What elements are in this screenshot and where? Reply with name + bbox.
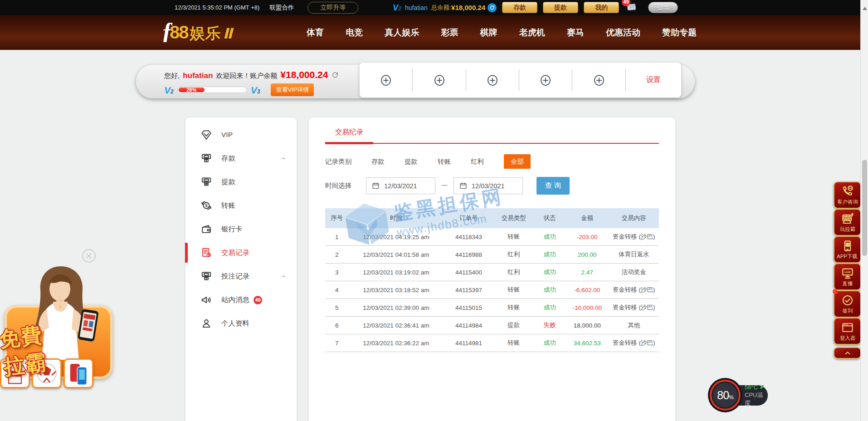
mobile-app-icon [841,239,854,253]
page-scrollbar[interactable] [860,0,868,421]
search-button[interactable]: 查 询 [536,177,570,195]
cell-status: 失败 [534,321,566,329]
transaction-table: 序号时间订单号交易类型状态金额交易内容 1 12/03/2021 04:19:2… [325,208,659,352]
date-from-input[interactable]: 12/03/2021 [366,177,435,194]
logout-button[interactable]: 登出 [648,2,678,13]
sidebar-item[interactable]: 银行卡 [185,217,297,241]
promo-close-icon[interactable] [82,249,96,263]
svg-text:24: 24 [848,186,852,190]
floating-button[interactable]: 签到 [834,290,861,318]
table-row: 4 12/03/2021 03:18:52 am 44115397 转账 成功 … [325,281,659,299]
filter-option[interactable]: 存款 [371,158,385,165]
vip-progress-bar: 28% [178,87,247,93]
floating-button[interactable]: APP下载 [834,236,861,263]
date-to-input[interactable]: 12/03/2021 [454,177,523,194]
filter-options: 存款提款转账红利全部 [371,157,531,166]
nav-item[interactable]: 体育 [307,27,324,39]
sidebar-item[interactable]: VIP [185,123,297,147]
table-body: 1 12/03/2021 04:19:25 am 44118343 转账 成功 … [325,228,659,352]
collapse-floating-bar-button[interactable] [834,347,861,359]
settings-link[interactable]: 设置 [626,75,681,85]
cell-type: 转账 [494,339,534,347]
promo-thumb-phones[interactable] [63,358,93,388]
my-account-button[interactable]: 我的 [584,2,619,13]
cell-time: 12/03/2021 02:36:41 am [349,322,444,329]
cell-time: 12/03/2021 03:19:02 am [349,269,444,276]
account-balance: ¥18,000.24 [280,69,328,80]
sidebar-item[interactable]: $ 转账 [185,194,297,217]
betting-record-icon [200,270,212,282]
vip-detail-button[interactable]: 查看VIP详情 [271,83,314,96]
tab-transaction-records[interactable]: 交易纪录 [325,127,373,143]
quick-add-slot-3[interactable] [466,73,519,88]
username-link[interactable]: hufatian [405,4,428,11]
check-in-icon [841,294,854,307]
chevron-up-icon [280,273,287,279]
table-row: 1 12/03/2021 04:19:25 am 44118343 转账 成功 … [325,228,659,246]
column-header: 金额 [566,214,609,222]
sidebar-item[interactable]: 站内消息 49 [185,288,297,312]
refresh-balance-icon[interactable] [488,3,497,12]
deposit-button[interactable]: 存款 [502,2,537,13]
nav-item[interactable]: 彩票 [441,27,458,39]
bank-card-icon [200,223,212,235]
floating-button-label: 登入器 [839,334,855,342]
nav-item[interactable]: 棋牌 [480,27,497,39]
nav-item[interactable]: 赞助专题 [662,27,697,39]
cell-amount: 18,000.00 [566,322,609,329]
cell-status: 成功 [534,304,566,312]
nav-menu: 体育电竞真人娱乐彩票棋牌老虎机赛马优惠活动赞助专题 [307,15,697,50]
cell-type: 红利 [494,250,534,259]
filter-option[interactable]: 转账 [438,158,451,165]
promo-text-line2: 拉霸 [2,348,49,381]
quick-add-slot-5[interactable] [572,73,625,88]
cell-seq: 2 [325,251,349,258]
deposit-machine-icon [200,152,212,164]
nav-item[interactable]: 真人娱乐 [385,27,419,39]
sidebar-item[interactable]: 个人资料 [185,312,297,335]
filter-option[interactable]: 提款 [405,158,418,165]
alliance-link[interactable]: 联盟合作 [269,4,294,12]
chevron-up-icon [843,349,853,357]
top-utility-bar: 12/3/2021 5:35:02 PM (GMT +8) 联盟合作 立即升等 … [0,0,868,15]
nav-item[interactable]: 老虎机 [519,27,545,39]
site-logo[interactable]: ƒ88娱乐Ⅱ [161,21,233,44]
filter-option[interactable]: 红利 [471,158,484,165]
nav-item[interactable]: 电竞 [346,27,363,39]
floating-button[interactable]: LIVE 直播 [834,263,861,290]
scrollbar-up-arrow[interactable] [863,7,867,10]
sidebar-item[interactable]: 提款 [185,170,297,194]
quick-add-slot-4[interactable] [519,73,572,88]
sidebar-item-label: 银行卡 [221,225,243,234]
sidebar-item[interactable]: 交易记录 [185,241,297,264]
welcome-username: hufatian [183,71,213,80]
cell-content: 资金转移 (沙巴) [609,233,659,241]
scrollbar-thumb[interactable] [862,160,867,256]
floating-button[interactable]: 登入器 [834,318,861,345]
cell-seq: 6 [325,322,349,329]
nav-item[interactable]: 优惠活动 [606,27,640,39]
cell-content: 资金转移 (沙巴) [609,286,659,294]
refresh-icon[interactable] [331,71,339,79]
cell-seq: 1 [325,234,349,240]
upgrade-button[interactable]: 立即升等 [307,2,358,14]
withdraw-button[interactable]: 提款 [543,2,578,13]
nav-item[interactable]: 赛马 [567,27,584,39]
promo-banner[interactable]: 免費 拉霸 [0,270,117,401]
quick-add-slot-1[interactable] [360,73,412,88]
sidebar-item[interactable]: 存款 [185,147,297,170]
vip-current-badge: V2 [164,85,174,95]
chevron-up-icon [280,155,287,162]
quick-add-slot-2[interactable] [413,73,465,88]
mail-icon[interactable]: 49 [625,2,639,13]
filter-option[interactable]: 全部 [504,154,531,169]
cell-time: 12/03/2021 04:01:58 am [349,251,444,258]
sidebar-item[interactable]: 投注记录 [185,264,297,288]
filter-label: 记录类别 [325,157,351,166]
floating-button[interactable]: 玩拉霸 [834,209,861,236]
date-range-separator: 一 [441,182,448,190]
quick-action-panel: 设置 [360,63,681,98]
floating-button[interactable]: 24 客户咨询 [834,181,861,209]
cell-order-no: 44114981 [444,340,493,347]
megaphone-icon [200,294,212,306]
